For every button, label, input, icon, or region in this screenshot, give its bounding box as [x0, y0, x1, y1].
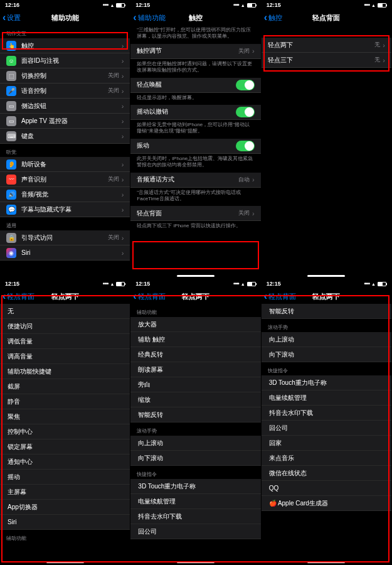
list-item[interactable]: 电量续航管理: [130, 494, 260, 509]
list-item[interactable]: 抖音去水印下载: [262, 406, 391, 421]
list-item[interactable]: 智能反转: [262, 304, 391, 319]
list-item[interactable]: 向上滚动: [130, 436, 260, 451]
list-item[interactable]: 静音: [0, 394, 130, 409]
row-shake-undo[interactable]: 摇动以撤销: [130, 105, 260, 120]
row-keyboard[interactable]: ⌨ 键盘: [0, 129, 130, 144]
list-item[interactable]: 截屏: [0, 379, 130, 394]
home-indicator[interactable]: [307, 561, 345, 563]
faceid-icon: ☺: [6, 56, 16, 66]
row-subtitles[interactable]: 💬 字幕与隐藏式字幕: [0, 202, 130, 217]
list-item[interactable]: 来点音乐: [262, 451, 391, 466]
panel-doubletap-3: 12:15 轻点背面 轻点两下 智能反转滚动手势向上滚动向下滚动快捷指令3D T…: [262, 279, 392, 565]
list-item[interactable]: QQ: [262, 481, 391, 496]
row-switch-control[interactable]: ⬚ 切换控制 关闭: [0, 68, 130, 83]
row-double-tap[interactable]: 轻点两下 无: [262, 38, 391, 53]
guided-icon: 🔒: [6, 233, 16, 243]
list-item[interactable]: 调低音量: [0, 334, 130, 349]
list-item[interactable]: 摇动: [0, 470, 130, 485]
chevron-icon: [122, 57, 124, 65]
chevron-icon: [122, 191, 124, 198]
list-item[interactable]: 向下滚动: [130, 451, 260, 466]
list-item[interactable]: 电量续航管理: [262, 390, 391, 406]
chevron-icon: [122, 234, 124, 242]
list-item[interactable]: 智能反转: [130, 407, 260, 422]
list-item[interactable]: 🍎 Apple Card生成器: [262, 496, 391, 511]
panel-backtap: 12:15 触控 轻点背面 轻点两下 无 轻点三下 无: [262, 0, 392, 279]
list-item[interactable]: 聚焦: [0, 409, 130, 424]
chevron-icon: [122, 117, 124, 125]
row-guided[interactable]: 🔒 引导式访问 关闭: [0, 230, 130, 245]
back-button[interactable]: 辅助功能: [133, 13, 165, 23]
list-item[interactable]: 3D Touch重力电子称: [130, 479, 260, 494]
section-header: 滚动手势: [262, 319, 391, 332]
list-item[interactable]: 3D Touch重力电子称: [262, 375, 391, 390]
row-audio-mode[interactable]: 音频通话方式 自动: [130, 173, 260, 188]
list-item[interactable]: 旁白: [130, 377, 260, 392]
section-header: 辅助功能: [0, 530, 130, 543]
list-item[interactable]: 主屏幕: [0, 485, 130, 500]
row-sound-rec[interactable]: 〰 声音识别 关闭: [0, 172, 130, 187]
list-item[interactable]: 控制中心: [0, 424, 130, 439]
appletv-icon: ▭: [6, 116, 16, 126]
list-item[interactable]: 无: [0, 304, 130, 319]
row-touch-accom[interactable]: 触控调节 关闭: [130, 44, 260, 59]
back-button[interactable]: 轻点背面: [3, 291, 34, 301]
row-av[interactable]: 🔊 音频/视觉: [0, 187, 130, 202]
desc: 轻点显示器时，唤醒屏幕。: [130, 93, 260, 105]
home-indicator[interactable]: [177, 561, 215, 563]
status-bar: 12:15: [130, 0, 260, 10]
section-header: 辅助功能: [130, 304, 260, 317]
list-item[interactable]: 向上滚动: [262, 332, 391, 347]
status-bar: 12:15: [130, 279, 260, 289]
row-voice-control[interactable]: 🎤 语音控制 关闭: [0, 83, 130, 99]
home-indicator[interactable]: [177, 275, 215, 277]
row-side-button[interactable]: ▭ 侧边按钮: [0, 99, 130, 114]
intro-text: "三维触控"打开时，您可以使用强弱不同的压力按压屏幕，以显示内容预览、操作或关联…: [130, 25, 260, 44]
status-bar: 12:15: [262, 279, 391, 289]
list-item[interactable]: 回公司: [262, 421, 391, 436]
list-item[interactable]: 放大器: [130, 317, 260, 332]
home-indicator[interactable]: [46, 561, 84, 563]
row-apple-tv[interactable]: ▭ Apple TV 遥控器: [0, 114, 130, 129]
sound-icon: 〰: [6, 175, 16, 185]
row-faceid[interactable]: ☺ 面容ID与注视: [0, 53, 130, 68]
toggle-on[interactable]: [236, 107, 255, 117]
list-item[interactable]: 经典反转: [130, 347, 260, 362]
desc: 轻点两下或三下 iPhone 背面以快速执行操作。: [130, 221, 260, 233]
navbar: 辅助功能 触控: [130, 10, 260, 25]
list-item[interactable]: 辅助 触控: [130, 332, 260, 347]
back-button[interactable]: 轻点背面: [133, 291, 165, 301]
list-item[interactable]: 微信在线状态: [262, 466, 391, 481]
row-hearing[interactable]: 👂 助听设备: [0, 157, 130, 172]
list-item[interactable]: 调高音量: [0, 349, 130, 364]
list-item[interactable]: Siri: [0, 515, 130, 530]
list-item[interactable]: 辅助功能快捷键: [0, 364, 130, 379]
list-item[interactable]: 锁定屏幕: [0, 439, 130, 455]
row-siri[interactable]: ◉ Siri: [0, 245, 130, 261]
keyboard-icon: ⌨: [6, 131, 16, 141]
list-item[interactable]: 朗读屏幕: [130, 362, 260, 377]
row-touch[interactable]: 👆 触控: [0, 38, 130, 53]
list-item[interactable]: App切换器: [0, 500, 130, 515]
list-item[interactable]: 抖音去水印下载: [130, 509, 260, 524]
navbar: 轻点背面 轻点两下: [0, 289, 130, 304]
back-button[interactable]: 设置: [3, 13, 21, 23]
back-button[interactable]: 轻点背面: [264, 291, 296, 301]
row-tap-wake[interactable]: 轻点唤醒: [130, 78, 260, 93]
row-back-tap[interactable]: 轻点背面 关闭: [130, 206, 260, 221]
list-item[interactable]: 通知中心: [0, 455, 130, 470]
row-vibration[interactable]: 振动: [130, 139, 260, 154]
toggle-on[interactable]: [236, 80, 255, 90]
list-item[interactable]: 便捷访问: [0, 319, 130, 334]
chevron-icon: [122, 161, 124, 168]
content: 轻点两下 无 轻点三下 无: [262, 25, 391, 279]
list-item[interactable]: 回家: [262, 436, 391, 451]
page-title: 轻点两下: [51, 292, 79, 301]
back-button[interactable]: 触控: [264, 13, 282, 23]
home-indicator[interactable]: [307, 275, 345, 277]
list-item[interactable]: 缩放: [130, 392, 260, 407]
list-item[interactable]: 回公司: [130, 524, 260, 539]
list-item[interactable]: 向下滚动: [262, 347, 391, 362]
toggle-on[interactable]: [236, 141, 255, 151]
row-triple-tap[interactable]: 轻点三下 无: [262, 53, 391, 68]
